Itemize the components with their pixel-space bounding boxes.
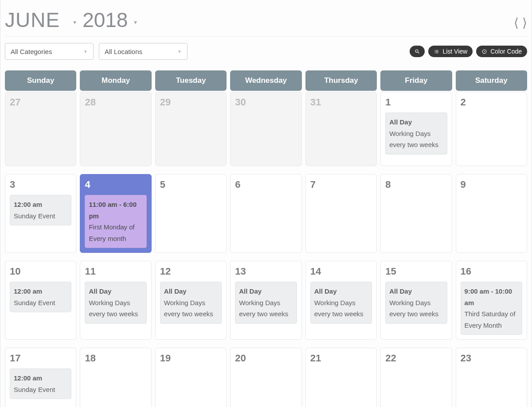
day-cell[interactable]: 14All DayWorking Days every two weeks — [305, 261, 377, 340]
day-number: 15 — [385, 266, 447, 277]
event[interactable]: All DayWorking Days every two weeks — [385, 282, 447, 324]
day-number: 11 — [85, 266, 146, 277]
day-number: 2 — [461, 97, 522, 108]
search-icon — [415, 49, 420, 54]
event[interactable]: 11:00 am - 6:00 pmFirst Monday of Every … — [85, 195, 146, 248]
next-month-button[interactable]: ⟩ — [522, 16, 527, 30]
event[interactable]: 9:00 am - 10:00 amThird Saturday of Ever… — [461, 282, 522, 335]
day-number: 12 — [160, 266, 222, 277]
day-cell[interactable]: 18 — [80, 348, 151, 407]
categories-select-label: All Categories — [11, 48, 52, 55]
event-title: First Monday of Every month — [89, 223, 134, 242]
list-view-button[interactable]: List View — [428, 46, 473, 57]
day-number: 29 — [160, 97, 222, 108]
event-time: 12:00 am — [14, 286, 67, 297]
caret-down-icon: ▼ — [83, 49, 88, 54]
caret-down-icon[interactable]: ▾ — [129, 19, 141, 26]
year-selector[interactable]: 2018 — [82, 8, 128, 32]
locations-select[interactable]: All Locations ▼ — [99, 43, 188, 60]
event-time: 12:00 am — [14, 372, 67, 384]
day-number: 18 — [85, 353, 146, 364]
day-number: 20 — [235, 353, 297, 364]
day-number: 3 — [10, 179, 71, 190]
svg-point-1 — [484, 51, 485, 52]
day-cell[interactable]: 411:00 am - 6:00 pmFirst Monday of Every… — [80, 174, 151, 253]
day-cell[interactable]: 169:00 am - 10:00 amThird Saturday of Ev… — [456, 261, 527, 340]
day-number: 6 — [235, 179, 297, 190]
event-time: All Day — [389, 116, 443, 128]
event-title: Working Days every two weeks — [389, 130, 438, 149]
search-button[interactable] — [410, 46, 425, 57]
day-number: 13 — [235, 266, 297, 277]
event-title: Sunday Event — [14, 212, 55, 220]
weekday-header: Monday — [80, 70, 151, 91]
day-cell[interactable]: 1712:00 amSunday Event — [5, 348, 76, 407]
event[interactable]: All DayWorking Days every two weeks — [85, 282, 146, 324]
event-title: Sunday Event — [14, 299, 55, 306]
target-icon — [481, 49, 487, 54]
day-cell[interactable]: 7 — [305, 174, 377, 253]
day-cell[interactable]: 28 — [80, 92, 151, 166]
day-cell[interactable]: 312:00 amSunday Event — [5, 174, 76, 253]
day-cell[interactable]: 29 — [155, 92, 227, 166]
day-cell[interactable]: 15All DayWorking Days every two weeks — [380, 261, 452, 340]
event[interactable]: 12:00 amSunday Event — [10, 195, 71, 225]
locations-select-label: All Locations — [105, 48, 142, 55]
calendar-grid: 27282930311All DayWorking Days every two… — [5, 92, 527, 407]
event-time: 9:00 am - 10:00 am — [465, 286, 518, 308]
weekday-header: Wednesday — [230, 70, 301, 91]
day-cell[interactable]: 1All DayWorking Days every two weeks — [380, 92, 452, 166]
day-cell[interactable]: 6 — [230, 174, 301, 253]
event[interactable]: 12:00 amSunday Event — [10, 282, 71, 312]
day-number: 1 — [385, 97, 447, 108]
day-cell[interactable]: 21 — [305, 348, 377, 407]
day-number: 28 — [85, 97, 146, 108]
caret-down-icon[interactable]: ▾ — [69, 19, 81, 26]
list-view-label: List View — [442, 48, 467, 55]
day-cell[interactable]: 9 — [456, 174, 527, 253]
event-time: 12:00 am — [14, 199, 67, 210]
color-code-button[interactable]: Color Code — [476, 46, 527, 57]
day-cell[interactable]: 5 — [155, 174, 227, 253]
event-title: Working Days every two weeks — [389, 299, 438, 318]
day-cell[interactable]: 27 — [5, 92, 76, 166]
event-title: Working Days every two weeks — [89, 299, 138, 318]
day-cell[interactable]: 1012:00 amSunday Event — [5, 261, 76, 340]
day-cell[interactable]: 30 — [230, 92, 301, 166]
event[interactable]: All DayWorking Days every two weeks — [235, 282, 297, 324]
month-selector[interactable]: JUNE — [5, 8, 67, 32]
event[interactable]: 12:00 amSunday Event — [10, 368, 71, 399]
event-time: All Day — [314, 286, 368, 297]
day-cell[interactable]: 19 — [155, 348, 227, 407]
day-cell[interactable]: 12All DayWorking Days every two weeks — [155, 261, 227, 340]
event-title: Working Days every two weeks — [239, 299, 288, 318]
day-cell[interactable]: 22 — [380, 348, 452, 407]
caret-down-icon: ▼ — [177, 49, 182, 54]
day-number: 19 — [160, 353, 222, 364]
event[interactable]: All DayWorking Days every two weeks — [385, 112, 447, 155]
day-cell[interactable]: 11All DayWorking Days every two weeks — [80, 261, 151, 340]
weekday-header: Thursday — [305, 70, 377, 91]
day-number: 23 — [461, 353, 522, 364]
day-number: 4 — [85, 179, 146, 190]
event-time: All Day — [164, 286, 218, 297]
event[interactable]: All DayWorking Days every two weeks — [310, 282, 372, 324]
day-cell[interactable]: 2 — [456, 92, 527, 166]
event-title: Third Saturday of Every Month — [465, 310, 516, 329]
day-cell[interactable]: 31 — [305, 92, 377, 166]
event[interactable]: All DayWorking Days every two weeks — [160, 282, 222, 324]
weekday-header-row: SundayMondayTuesdayWednesdayThursdayFrid… — [5, 70, 527, 91]
calendar-header: JUNE ▾ 2018 ▾ ⟨ ⟩ — [5, 0, 527, 37]
day-cell[interactable]: 8 — [380, 174, 452, 253]
categories-select[interactable]: All Categories ▼ — [5, 43, 94, 60]
day-number: 30 — [235, 97, 297, 108]
prev-month-button[interactable]: ⟨ — [514, 16, 519, 30]
day-number: 22 — [385, 353, 447, 364]
weekday-header: Sunday — [5, 70, 76, 91]
day-cell[interactable]: 20 — [230, 348, 301, 407]
day-number: 14 — [310, 266, 372, 277]
day-cell[interactable]: 13All DayWorking Days every two weeks — [230, 261, 301, 340]
event-title: Sunday Event — [14, 386, 55, 393]
day-cell[interactable]: 23 — [456, 348, 527, 407]
day-number: 21 — [310, 353, 372, 364]
